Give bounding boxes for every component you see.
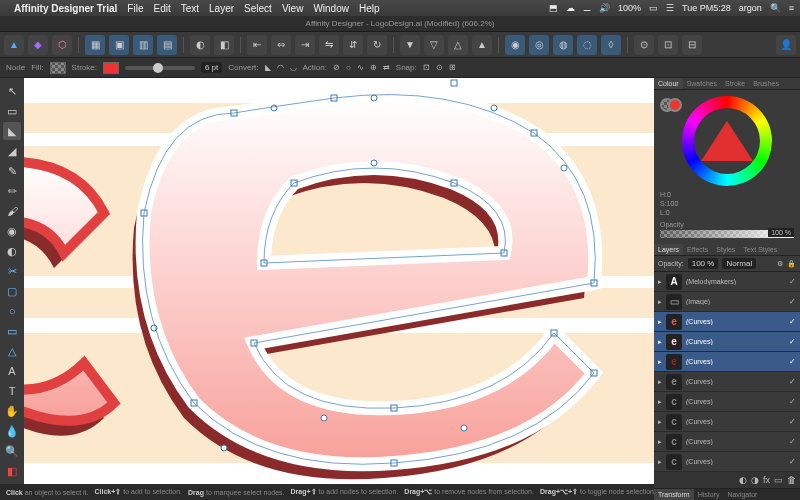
chevron-right-icon[interactable]: ▸ — [658, 338, 662, 346]
layer-row[interactable]: ▸c(Curves)✓ — [654, 392, 800, 412]
menu-text[interactable]: Text — [181, 3, 199, 14]
rotate-icon[interactable]: ↻ — [367, 35, 387, 55]
visibility-check-icon[interactable]: ✓ — [789, 317, 796, 326]
lock-icon[interactable]: 🔒 — [787, 260, 796, 268]
corner-tool-icon[interactable]: ◢ — [3, 142, 21, 160]
opacity-slider[interactable]: 100 % — [660, 230, 794, 238]
snap-curve-icon[interactable]: ⊙ — [436, 63, 443, 72]
tab-colour[interactable]: Colour — [654, 78, 683, 89]
user-name[interactable]: argon — [739, 3, 762, 13]
move-tool-icon[interactable]: ↖ — [3, 82, 21, 100]
menu-view[interactable]: View — [282, 3, 304, 14]
persona-pixel-icon[interactable]: ◆ — [28, 35, 48, 55]
dropper-tool-icon[interactable]: 💧 — [3, 422, 21, 440]
arrange-back-icon[interactable]: ▼ — [400, 35, 420, 55]
chevron-right-icon[interactable]: ▸ — [658, 358, 662, 366]
boolean-xor-icon[interactable]: ◌ — [577, 35, 597, 55]
canvas[interactable] — [24, 78, 654, 484]
text-frame-icon[interactable]: T — [3, 382, 21, 400]
clock[interactable]: Tue PM5:28 — [682, 3, 731, 13]
shape-triangle-icon[interactable]: △ — [3, 342, 21, 360]
stroke-width-slider[interactable] — [125, 66, 195, 70]
chevron-right-icon[interactable]: ▸ — [658, 458, 662, 466]
shape-rounded-icon[interactable]: ▭ — [3, 322, 21, 340]
layer-row[interactable]: ▸c(Curves)✓ — [654, 412, 800, 432]
layer-row[interactable]: ▸A(Melodymakers)✓ — [654, 272, 800, 292]
view-mode-icon[interactable]: ◐ — [190, 35, 210, 55]
blend-mode[interactable]: Normal — [722, 258, 756, 269]
snap-all-icon[interactable]: ⊞ — [449, 63, 456, 72]
visibility-check-icon[interactable]: ✓ — [789, 357, 796, 366]
visibility-check-icon[interactable]: ✓ — [789, 277, 796, 286]
pen-tool-icon[interactable]: ✎ — [3, 162, 21, 180]
snap-bounds-icon[interactable]: ▣ — [109, 35, 129, 55]
opacity-value[interactable]: 100 % — [768, 228, 794, 237]
visibility-check-icon[interactable]: ✓ — [789, 417, 796, 426]
layer-row[interactable]: ▸e(Curves)✓ — [654, 352, 800, 372]
boolean-intersect-icon[interactable]: ◍ — [553, 35, 573, 55]
battery-icon[interactable]: ▭ — [649, 3, 658, 13]
snap-guides-icon[interactable]: ▥ — [133, 35, 153, 55]
arrange-front-icon[interactable]: ▲ — [472, 35, 492, 55]
align-center-icon[interactable]: ⇔ — [271, 35, 291, 55]
layer-row[interactable]: ▸▭(Image)✓ — [654, 292, 800, 312]
visibility-check-icon[interactable]: ✓ — [789, 297, 796, 306]
dropbox-icon[interactable]: ⬒ — [549, 3, 558, 13]
snap-node-icon[interactable]: ⊡ — [423, 63, 430, 72]
notifications-icon[interactable]: ≡ — [789, 3, 794, 13]
fill-tool-icon[interactable]: ◉ — [3, 222, 21, 240]
snap-grid-icon[interactable]: ▦ — [85, 35, 105, 55]
insert-target-icon[interactable]: ⊙ — [634, 35, 654, 55]
arrange-backward-icon[interactable]: ▽ — [424, 35, 444, 55]
shape-ellipse-icon[interactable]: ○ — [3, 302, 21, 320]
action-join-icon[interactable]: ⊕ — [370, 63, 377, 72]
convert-smooth-icon[interactable]: ◠ — [277, 63, 284, 72]
tab-textstyles[interactable]: Text Styles — [739, 244, 781, 255]
tab-layers[interactable]: Layers — [654, 244, 683, 255]
document-title[interactable]: Affinity Designer - LogoDesign.ai (Modif… — [306, 19, 495, 28]
menu-select[interactable]: Select — [244, 3, 272, 14]
tab-history[interactable]: History — [694, 489, 724, 500]
layer-row[interactable]: ▸e(Curves)✓ — [654, 332, 800, 352]
app-menu[interactable]: Affinity Designer Trial — [14, 3, 117, 14]
persona-export-icon[interactable]: ⬡ — [52, 35, 72, 55]
chevron-right-icon[interactable]: ▸ — [658, 278, 662, 286]
action-close-icon[interactable]: ○ — [346, 63, 351, 72]
tab-stroke[interactable]: Stroke — [721, 78, 749, 89]
pencil-tool-icon[interactable]: ✏ — [3, 182, 21, 200]
menu-help[interactable]: Help — [359, 3, 380, 14]
layer-opacity-field[interactable]: 100 % — [688, 258, 719, 269]
snap-objects-icon[interactable]: ▤ — [157, 35, 177, 55]
input-icon[interactable]: ☰ — [666, 3, 674, 13]
tab-effects[interactable]: Effects — [683, 244, 712, 255]
menu-layer[interactable]: Layer — [209, 3, 234, 14]
convert-sharp-icon[interactable]: ◣ — [265, 63, 271, 72]
mask-icon[interactable]: ◐ — [739, 475, 747, 485]
fill-swatch[interactable] — [50, 62, 66, 74]
colour-wheel[interactable] — [682, 96, 772, 186]
layer-row[interactable]: ▸e(Curves)✓ — [654, 312, 800, 332]
account-icon[interactable]: 👤 — [776, 35, 796, 55]
layer-row[interactable]: ▸c(Curves)✓ — [654, 452, 800, 472]
spotlight-icon[interactable]: 🔍 — [770, 3, 781, 13]
flip-h-icon[interactable]: ⇋ — [319, 35, 339, 55]
align-right-icon[interactable]: ⇥ — [295, 35, 315, 55]
chevron-right-icon[interactable]: ▸ — [658, 418, 662, 426]
tab-swatches[interactable]: Swatches — [683, 78, 721, 89]
flip-v-icon[interactable]: ⇵ — [343, 35, 363, 55]
visibility-check-icon[interactable]: ✓ — [789, 397, 796, 406]
tab-transform[interactable]: Transform — [654, 489, 694, 500]
boolean-add-icon[interactable]: ◉ — [505, 35, 525, 55]
stroke-swatch[interactable] — [103, 62, 119, 74]
menu-edit[interactable]: Edit — [153, 3, 170, 14]
visibility-check-icon[interactable]: ✓ — [789, 337, 796, 346]
shape-rect-icon[interactable]: ▢ — [3, 282, 21, 300]
gear-icon[interactable]: ⚙ — [777, 260, 783, 268]
zoom-tool-icon[interactable]: 🔍 — [3, 442, 21, 460]
stroke-circle[interactable] — [668, 98, 682, 112]
crop-tool-icon[interactable]: ✂ — [3, 262, 21, 280]
visibility-check-icon[interactable]: ✓ — [789, 377, 796, 386]
delete-layer-icon[interactable]: 🗑 — [787, 475, 796, 485]
boolean-subtract-icon[interactable]: ◎ — [529, 35, 549, 55]
persona-designer-icon[interactable]: ▲ — [4, 35, 24, 55]
